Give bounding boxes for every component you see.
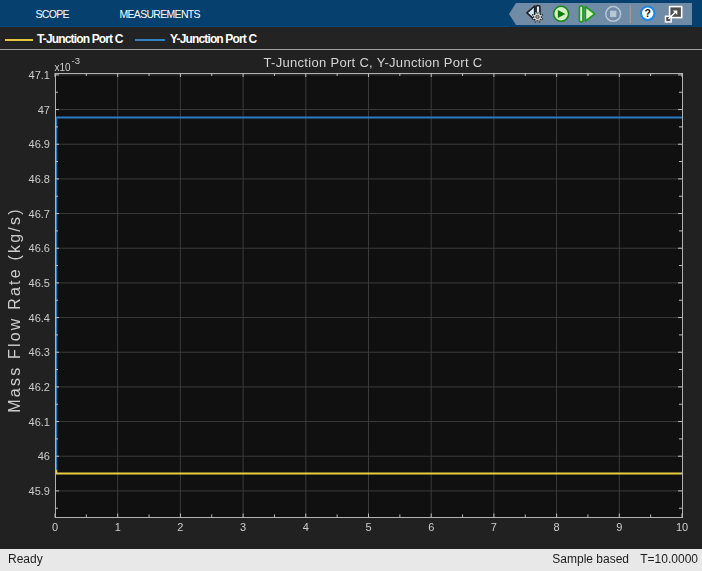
- svg-text:46.9: 46.9: [29, 138, 50, 150]
- svg-text:10: 10: [676, 521, 688, 533]
- svg-text:7: 7: [491, 521, 497, 533]
- svg-text:46.4: 46.4: [29, 312, 50, 324]
- svg-text:47.1: 47.1: [29, 69, 50, 81]
- svg-text:2: 2: [177, 521, 183, 533]
- svg-text:47: 47: [38, 104, 50, 116]
- svg-text:9: 9: [616, 521, 622, 533]
- svg-text:?: ?: [645, 7, 651, 19]
- svg-text:8: 8: [554, 521, 560, 533]
- svg-text:46.7: 46.7: [29, 208, 50, 220]
- svg-text:46.8: 46.8: [29, 173, 50, 185]
- svg-text:T-Junction Port C, Y-Junction: T-Junction Port C, Y-Junction Port C: [264, 55, 483, 70]
- svg-text:6: 6: [428, 521, 434, 533]
- svg-text:0: 0: [52, 521, 58, 533]
- svg-text:46: 46: [38, 450, 50, 462]
- svg-text:5: 5: [365, 521, 371, 533]
- svg-text:46.6: 46.6: [29, 242, 50, 254]
- svg-text:45.9: 45.9: [29, 485, 50, 497]
- svg-text:Mass Flow Rate (kg/s): Mass Flow Rate (kg/s): [6, 207, 23, 412]
- svg-text:4: 4: [303, 521, 309, 533]
- svg-text:46.3: 46.3: [29, 346, 50, 358]
- svg-text:-3: -3: [72, 55, 80, 66]
- svg-text:46.2: 46.2: [29, 381, 50, 393]
- svg-text:1: 1: [115, 521, 121, 533]
- svg-text:3: 3: [240, 521, 246, 533]
- svg-text:x10: x10: [55, 62, 72, 73]
- svg-text:46.1: 46.1: [29, 416, 50, 428]
- svg-text:46.5: 46.5: [29, 277, 50, 289]
